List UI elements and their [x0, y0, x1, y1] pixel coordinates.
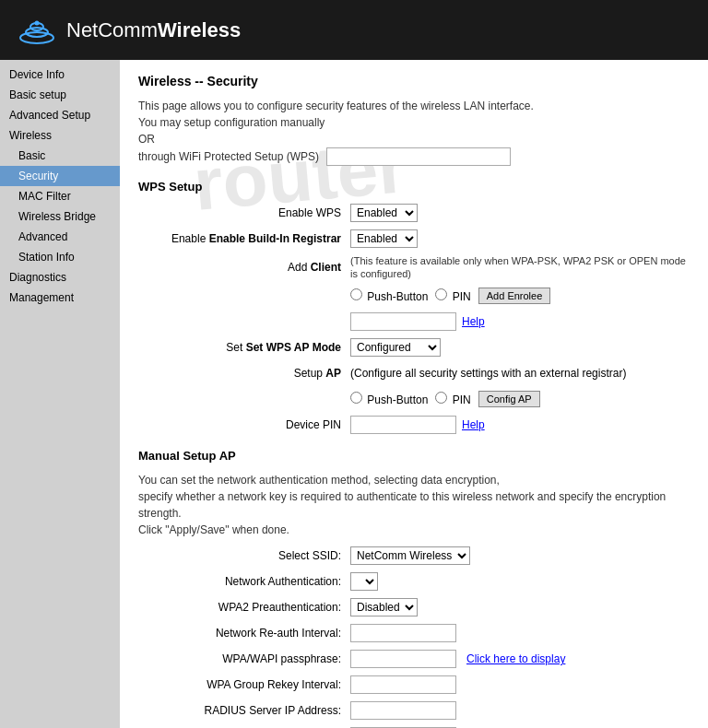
- wpa2-preauthentication-row: WPA2 Preauthentication: Disabled Enabled: [138, 597, 690, 617]
- radius-server-input[interactable]: [350, 701, 456, 720]
- setup-ap-radio-row: Push-Button PIN Config AP: [138, 389, 690, 409]
- wpa-wapi-passphrase-row: WPA/WAPI passphrase: Click here to displ…: [138, 649, 690, 669]
- setup-push-button-radio-label[interactable]: Push-Button: [350, 392, 428, 406]
- setup-pin-radio-label[interactable]: PIN: [435, 392, 470, 406]
- sidebar-item-wireless-bridge[interactable]: Wireless Bridge: [0, 206, 120, 227]
- sidebar-item-wireless[interactable]: Wireless: [0, 125, 120, 146]
- device-pin-label: Device PIN: [138, 418, 350, 431]
- push-button-radio-label[interactable]: Push-Button: [350, 288, 428, 303]
- setup-pin-radio[interactable]: [435, 392, 447, 404]
- network-reauth-label: Network Re-auth Interval:: [138, 627, 350, 640]
- radius-server-label: RADIUS Server IP Address:: [138, 704, 350, 717]
- wpa-wapi-passphrase-input[interactable]: [350, 650, 456, 668]
- logo-text: NetCommWireless: [66, 18, 241, 42]
- sidebar-item-management[interactable]: Management: [0, 288, 120, 308]
- pin-radio[interactable]: [435, 288, 447, 300]
- sidebar-item-device-info[interactable]: Device Info: [0, 65, 120, 85]
- push-button-pin-row: Push-Button PIN Add Enrolee: [138, 286, 690, 306]
- network-auth-select[interactable]: [350, 572, 378, 591]
- add-client-info: (This feature is available only when WPA…: [350, 255, 686, 279]
- manual-setup-title: Manual Setup AP: [138, 449, 690, 463]
- sidebar-item-wireless-advanced[interactable]: Advanced: [0, 227, 120, 247]
- page-description: This page allows you to configure securi…: [138, 98, 690, 166]
- pin-input-row: Help: [138, 311, 690, 332]
- netcomm-logo-icon: [18, 12, 55, 49]
- enable-wps-select[interactable]: Enabled Disabled: [350, 204, 418, 222]
- add-client-row: Add Client (This feature is available on…: [138, 254, 690, 280]
- wpa-wapi-passphrase-label: WPA/WAPI passphrase:: [138, 652, 350, 665]
- svg-point-3: [35, 20, 40, 25]
- page-title: Wireless -- Security: [138, 74, 690, 88]
- sidebar-item-wireless-security[interactable]: Security: [0, 166, 120, 186]
- device-pin-help-link[interactable]: Help: [462, 418, 485, 431]
- add-enrolee-button[interactable]: Add Enrolee: [478, 288, 551, 304]
- wpa2-preauthentication-select[interactable]: Disabled Enabled: [350, 598, 418, 616]
- sidebar-item-wireless-mac[interactable]: MAC Filter: [0, 186, 120, 206]
- enable-registrar-select[interactable]: Enabled Disabled: [350, 229, 418, 248]
- enable-wps-label: Enable WPS: [138, 206, 350, 219]
- wpa-group-rekey-input[interactable]: [350, 675, 456, 694]
- pin-radio-label[interactable]: PIN: [435, 288, 470, 303]
- click-here-link[interactable]: Click here to display: [466, 652, 565, 665]
- setup-push-button-radio[interactable]: [350, 392, 362, 404]
- network-reauth-row: Network Re-auth Interval:: [138, 623, 690, 643]
- wps-config-input[interactable]: [326, 147, 511, 166]
- add-client-label: Add Client: [138, 261, 350, 274]
- select-ssid-row: Select SSID: NetComm Wireless: [138, 546, 690, 566]
- select-ssid-select[interactable]: NetComm Wireless: [350, 546, 470, 565]
- enable-registrar-row: Enable Enable Build-In Registrar Enabled…: [138, 229, 690, 249]
- header: NetCommWireless: [0, 0, 708, 60]
- push-button-radio[interactable]: [350, 288, 362, 300]
- setup-ap-row: Setup AP (Configure all security setting…: [138, 363, 690, 383]
- manual-setup-desc: You can set the network authentication m…: [138, 472, 690, 538]
- select-ssid-label: Select SSID:: [138, 549, 350, 562]
- wpa-group-rekey-row: WPA Group Rekey Interval:: [138, 675, 690, 695]
- setup-ap-label: Setup AP: [138, 367, 350, 380]
- enable-wps-row: Enable WPS Enabled Disabled: [138, 203, 690, 223]
- radius-server-row: RADIUS Server IP Address:: [138, 700, 690, 721]
- sidebar-item-advanced-setup[interactable]: Advanced Setup: [0, 105, 120, 125]
- sidebar-item-diagnostics[interactable]: Diagnostics: [0, 267, 120, 288]
- main-content: router Wireless -- Security This page al…: [120, 60, 708, 728]
- sidebar-item-wireless-station[interactable]: Station Info: [0, 247, 120, 267]
- wps-setup-title: WPS Setup: [138, 180, 690, 194]
- pin-input[interactable]: [350, 312, 456, 331]
- setup-ap-info: (Configure all security settings with an…: [350, 367, 626, 380]
- wpa2-preauthentication-label: WPA2 Preauthentication:: [138, 601, 350, 614]
- device-pin-input[interactable]: [350, 416, 456, 434]
- network-auth-label: Network Authentication:: [138, 575, 350, 588]
- config-ap-button[interactable]: Config AP: [478, 391, 540, 407]
- wps-ap-mode-label: Set Set WPS AP Mode: [138, 341, 350, 354]
- wpa-group-rekey-label: WPA Group Rekey Interval:: [138, 678, 350, 691]
- sidebar-item-basic-setup[interactable]: Basic setup: [0, 85, 120, 105]
- sidebar: Device Info Basic setup Advanced Setup W…: [0, 60, 120, 728]
- wps-ap-mode-row: Set Set WPS AP Mode Configured Unconfigu…: [138, 337, 690, 358]
- network-auth-row: Network Authentication:: [138, 571, 690, 592]
- sidebar-item-wireless-basic[interactable]: Basic: [0, 146, 120, 166]
- enable-registrar-label: Enable Enable Build-In Registrar: [138, 232, 350, 245]
- add-client-help-link[interactable]: Help: [462, 315, 485, 328]
- wps-ap-mode-select[interactable]: Configured Unconfigured: [350, 338, 441, 357]
- network-reauth-input[interactable]: [350, 624, 456, 642]
- device-pin-row: Device PIN Help: [138, 415, 690, 435]
